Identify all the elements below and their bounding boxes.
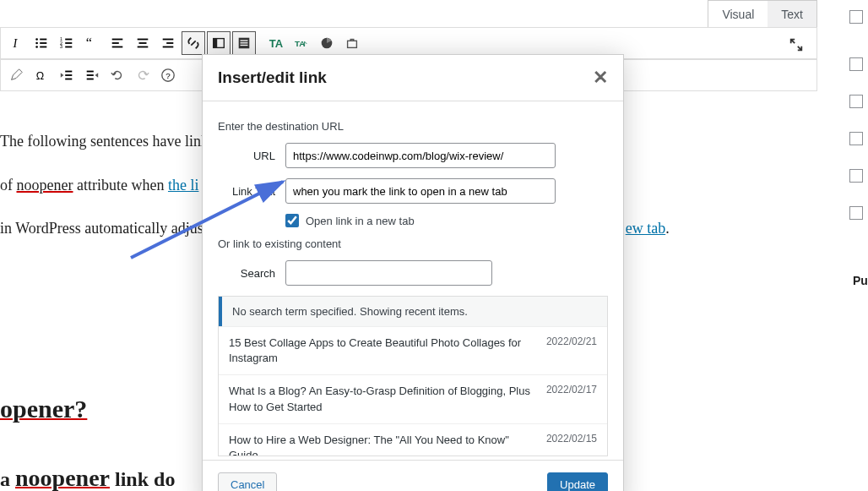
- svg-point-5: [35, 46, 38, 48]
- briefcase-icon[interactable]: [340, 31, 364, 55]
- svg-rect-31: [348, 41, 357, 47]
- svg-rect-18: [139, 42, 147, 44]
- svg-text:“: “: [86, 35, 92, 51]
- modal-title: Insert/edit link: [218, 68, 327, 87]
- indent-icon[interactable]: [80, 63, 104, 87]
- svg-rect-35: [65, 74, 72, 76]
- linktext-input[interactable]: [285, 178, 556, 204]
- search-results: No search term specified. Showing recent…: [218, 296, 608, 456]
- svg-point-1: [35, 38, 38, 41]
- svg-rect-28: [241, 45, 248, 46]
- align-center-icon[interactable]: [131, 31, 155, 55]
- svg-rect-36: [65, 79, 72, 80]
- svg-rect-4: [40, 42, 46, 44]
- align-right-icon[interactable]: [156, 31, 180, 55]
- svg-rect-17: [138, 39, 149, 41]
- svg-rect-6: [40, 46, 46, 48]
- search-label: Search: [218, 267, 285, 280]
- omega-icon[interactable]: Ω: [30, 63, 53, 87]
- publish-label: Pu: [851, 269, 868, 292]
- svg-rect-22: [163, 46, 174, 48]
- svg-rect-15: [112, 42, 119, 44]
- result-title: How to Hire a Web Designer: The "All You…: [229, 433, 536, 456]
- svg-rect-12: [65, 46, 72, 48]
- edit-icon[interactable]: [4, 63, 28, 87]
- svg-rect-27: [241, 42, 248, 43]
- text-link[interactable]: the li: [168, 177, 199, 194]
- insert-block-icon[interactable]: [207, 31, 231, 55]
- text: noopener: [15, 465, 110, 491]
- svg-rect-39: [87, 79, 94, 80]
- svg-rect-34: [65, 71, 72, 73]
- svg-rect-16: [112, 46, 123, 48]
- link-icon[interactable]: [182, 31, 205, 55]
- svg-rect-10: [65, 42, 72, 44]
- orlink-label: Or link to existing content: [218, 237, 608, 250]
- heading: opener?: [0, 395, 87, 423]
- text: link do: [110, 468, 175, 490]
- svg-text:?: ?: [165, 71, 171, 80]
- tab-visual[interactable]: Visual: [708, 1, 768, 28]
- help-icon[interactable]: ?: [156, 63, 180, 87]
- redo-icon[interactable]: [131, 63, 155, 87]
- search-input[interactable]: [285, 260, 492, 286]
- list-item[interactable]: 15 Best Collage Apps to Create Beautiful…: [219, 326, 607, 374]
- checkbox-icon[interactable]: [849, 95, 863, 108]
- checkbox-icon[interactable]: [849, 169, 863, 183]
- bullet-list-icon[interactable]: [30, 31, 53, 55]
- pie-icon[interactable]: [315, 31, 339, 55]
- checkbox-icon[interactable]: [849, 206, 863, 220]
- fullscreen-icon[interactable]: [784, 33, 808, 57]
- svg-text:Ω: Ω: [36, 70, 44, 82]
- list-item[interactable]: What Is a Blog? An Easy-to-Grasp Definit…: [219, 374, 607, 423]
- list-item[interactable]: How to Hire a Web Designer: The "All You…: [219, 423, 607, 456]
- text: a: [0, 468, 15, 490]
- close-icon[interactable]: ✕: [593, 67, 608, 89]
- checkbox-icon[interactable]: [849, 10, 863, 24]
- text: in WordPress automatically adjus: [0, 220, 203, 237]
- numbered-list-icon[interactable]: 123: [55, 31, 79, 55]
- text: noopener: [17, 177, 73, 194]
- linktext-label: Link Text: [218, 185, 285, 198]
- result-title: What Is a Blog? An Easy-to-Grasp Definit…: [229, 384, 536, 414]
- insert-link-modal: Insert/edit link ✕ Enter the destination…: [202, 54, 624, 491]
- text: attribute when: [73, 177, 167, 194]
- ta-chart-icon[interactable]: TA: [290, 31, 313, 55]
- svg-text:I: I: [12, 36, 18, 50]
- right-sidebar: Pu: [844, 0, 868, 491]
- ta-icon[interactable]: TA: [264, 31, 288, 55]
- svg-point-3: [35, 42, 38, 45]
- svg-rect-2: [40, 39, 46, 41]
- tab-text[interactable]: Text: [768, 1, 816, 28]
- svg-text:3: 3: [60, 44, 62, 49]
- result-date: 2022/02/15: [546, 433, 597, 456]
- update-button[interactable]: Update: [547, 472, 608, 491]
- url-label: URL: [218, 150, 285, 162]
- svg-rect-14: [112, 39, 123, 41]
- cancel-button[interactable]: Cancel: [218, 472, 277, 491]
- text: The following sentences have links: [0, 133, 214, 150]
- results-message: No search term specified. Showing recent…: [219, 297, 607, 326]
- svg-rect-26: [241, 40, 248, 41]
- italic-icon[interactable]: I: [4, 31, 28, 55]
- quote-icon[interactable]: “: [80, 31, 104, 55]
- newtab-checkbox[interactable]: [285, 214, 299, 227]
- svg-text:TA: TA: [295, 39, 305, 48]
- result-title: 15 Best Collage Apps to Create Beautiful…: [229, 336, 536, 366]
- url-input[interactable]: [285, 143, 556, 168]
- enter-url-label: Enter the destination URL: [218, 120, 608, 133]
- text-link[interactable]: ew tab: [626, 220, 665, 237]
- checkbox-icon[interactable]: [849, 57, 863, 71]
- undo-icon[interactable]: [106, 63, 129, 87]
- svg-rect-20: [163, 39, 174, 41]
- text: .: [665, 220, 670, 237]
- outdent-icon[interactable]: [55, 63, 79, 87]
- result-date: 2022/02/21: [546, 336, 597, 366]
- svg-rect-37: [87, 71, 94, 73]
- text: of: [0, 177, 17, 194]
- newtab-label: Open link in a new tab: [306, 215, 415, 227]
- checkbox-icon[interactable]: [849, 132, 863, 145]
- svg-rect-38: [87, 74, 94, 76]
- align-left-icon[interactable]: [106, 31, 129, 55]
- more-icon[interactable]: [232, 31, 256, 55]
